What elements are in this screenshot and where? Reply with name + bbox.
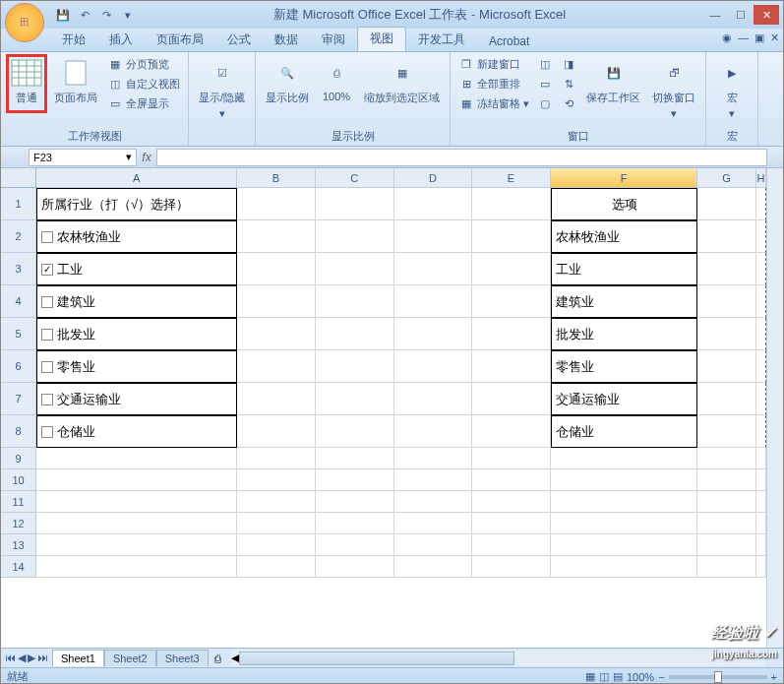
cell-E5[interactable] (472, 318, 551, 350)
fx-label[interactable]: fx (137, 151, 156, 164)
cell-G6[interactable] (697, 350, 756, 383)
cell-F3[interactable]: 工业 (551, 253, 697, 285)
cell-A2[interactable]: 农林牧渔业 (36, 220, 237, 253)
office-button[interactable]: 田 (5, 3, 44, 42)
cell-C13[interactable] (316, 534, 394, 556)
cell-H13[interactable] (756, 534, 766, 556)
show-hide-button[interactable]: ☑ 显示/隐藏 ▾ (195, 55, 249, 122)
freeze-panes-button[interactable]: ▦冻结窗格▾ (456, 94, 531, 112)
cell-E6[interactable] (472, 350, 551, 383)
cell-G11[interactable] (697, 491, 756, 513)
cell-A10[interactable] (36, 469, 237, 491)
formula-input[interactable] (156, 149, 767, 166)
row-header-11[interactable]: 11 (1, 491, 36, 513)
help-icon[interactable]: ◉ (722, 31, 732, 44)
checkbox[interactable] (41, 231, 53, 243)
cell-E3[interactable] (472, 253, 551, 285)
cell-C6[interactable] (316, 350, 394, 383)
next-sheet-icon[interactable]: ▶ (28, 652, 35, 664)
column-header-C[interactable]: C (316, 168, 394, 188)
cell-D7[interactable] (394, 383, 473, 415)
cell-H8[interactable] (756, 415, 766, 448)
cell-F4[interactable]: 建筑业 (551, 285, 697, 318)
cell-G1[interactable] (697, 188, 756, 220)
cell-G4[interactable] (697, 285, 756, 318)
zoom-slider[interactable] (669, 675, 767, 679)
cell-H10[interactable] (756, 469, 766, 491)
cell-E14[interactable] (472, 556, 551, 578)
cell-G9[interactable] (697, 448, 756, 469)
cell-H7[interactable] (756, 383, 766, 415)
view-layout-icon[interactable]: ◫ (599, 670, 609, 683)
custom-view-button[interactable]: ◫自定义视图 (105, 75, 182, 93)
cell-A12[interactable] (36, 513, 237, 534)
zoom-thumb[interactable] (714, 671, 722, 683)
cell-B13[interactable] (237, 534, 316, 556)
cell-G5[interactable] (697, 318, 756, 350)
cell-A11[interactable] (36, 491, 237, 513)
cell-G8[interactable] (697, 415, 756, 448)
cell-C12[interactable] (316, 513, 394, 534)
new-sheet-icon[interactable]: ⎙ (209, 653, 227, 664)
cell-G12[interactable] (697, 513, 756, 534)
cell-H12[interactable] (756, 513, 766, 534)
cell-H3[interactable] (756, 253, 766, 285)
cell-F14[interactable] (551, 556, 697, 578)
row-header-8[interactable]: 8 (1, 415, 36, 448)
cell-C1[interactable] (316, 188, 394, 220)
reset-pos-button[interactable]: ⟲ (559, 94, 578, 112)
column-header-B[interactable]: B (237, 168, 316, 188)
row-header-5[interactable]: 5 (1, 318, 36, 350)
cell-E4[interactable] (472, 285, 551, 318)
cell-B10[interactable] (237, 469, 316, 491)
cell-A4[interactable]: 建筑业 (36, 285, 237, 318)
row-header-2[interactable]: 2 (1, 220, 36, 253)
tab-developer[interactable]: 开发工具 (406, 29, 477, 51)
cell-G2[interactable] (697, 220, 756, 253)
row-header-1[interactable]: 1 (1, 188, 36, 220)
cell-C14[interactable] (316, 556, 394, 578)
mdi-close-icon[interactable]: ✕ (770, 31, 779, 44)
cell-A7[interactable]: 交通运输业 (36, 383, 237, 415)
tab-view[interactable]: 视图 (357, 27, 406, 51)
cell-F10[interactable] (551, 469, 697, 491)
cell-E13[interactable] (472, 534, 551, 556)
cell-C9[interactable] (316, 448, 394, 469)
zoom-100-button[interactable]: ⎙100% (317, 55, 356, 107)
sync-scroll-button[interactable]: ⇅ (559, 75, 578, 93)
cell-B6[interactable] (237, 350, 316, 383)
new-window-button[interactable]: ❐新建窗口 (456, 55, 531, 73)
cell-H9[interactable] (756, 448, 766, 469)
column-header-H[interactable]: H (756, 168, 766, 188)
cell-F8[interactable]: 仓储业 (551, 415, 697, 448)
checkbox[interactable] (41, 361, 53, 373)
undo-icon[interactable]: ↶ (76, 6, 93, 24)
checkbox[interactable] (41, 296, 53, 308)
last-sheet-icon[interactable]: ⏭ (37, 652, 48, 664)
cell-B7[interactable] (237, 383, 316, 415)
sheet-tab-1[interactable]: Sheet1 (52, 650, 104, 666)
tab-insert[interactable]: 插入 (97, 29, 145, 51)
cell-B8[interactable] (237, 415, 316, 448)
cell-F1[interactable]: 选项 (551, 188, 697, 220)
cells[interactable]: 所属行业（打（√）选择）选项农林牧渔业农林牧渔业✓工业工业建筑业建筑业批发业批发… (36, 188, 766, 578)
cell-A1[interactable]: 所属行业（打（√）选择） (36, 188, 237, 220)
row-header-13[interactable]: 13 (1, 534, 36, 556)
cell-A8[interactable]: 仓储业 (36, 415, 237, 448)
cell-F7[interactable]: 交通运输业 (551, 383, 697, 415)
cell-A13[interactable] (36, 534, 237, 556)
row-header-10[interactable]: 10 (1, 469, 36, 491)
chevron-down-icon[interactable]: ▾ (126, 151, 132, 163)
zoom-selection-button[interactable]: ▦缩放到选定区域 (360, 55, 444, 107)
checkbox[interactable] (41, 426, 53, 438)
cell-F12[interactable] (551, 513, 697, 534)
row-header-14[interactable]: 14 (1, 556, 36, 578)
cell-H6[interactable] (756, 350, 766, 383)
close-button[interactable]: ✕ (754, 5, 779, 25)
page-layout-view-button[interactable]: 页面布局 (50, 55, 101, 112)
cell-C4[interactable] (316, 285, 394, 318)
cell-G10[interactable] (697, 469, 756, 491)
cell-D2[interactable] (394, 220, 473, 253)
cell-G13[interactable] (697, 534, 756, 556)
cell-C11[interactable] (316, 491, 394, 513)
